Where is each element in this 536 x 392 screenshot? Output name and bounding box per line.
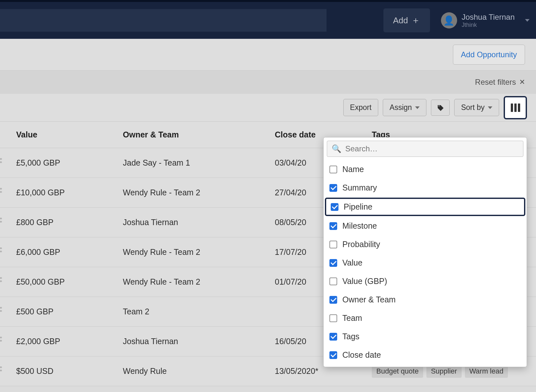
cell-value: £800 GBP: [16, 218, 123, 227]
add-button-label: Add: [393, 16, 408, 26]
column-option[interactable]: Summary: [324, 179, 527, 197]
chevron-down-icon: [488, 106, 492, 109]
checkbox[interactable]: [329, 222, 337, 230]
column-option-label: Value (GBP): [342, 277, 387, 286]
columns-search-box[interactable]: 🔍: [327, 141, 523, 157]
assign-button[interactable]: Assign: [383, 99, 426, 116]
add-opportunity-label: Add Opportunity: [461, 50, 517, 59]
reset-filters-button[interactable]: Reset filters ✕: [475, 78, 525, 87]
cell-value: £2,000 GBP: [16, 337, 123, 346]
checkbox[interactable]: [329, 259, 337, 267]
filter-bar: Reset filters ✕: [0, 71, 536, 94]
user-menu[interactable]: 👤 Joshua Tiernan Jthink: [441, 12, 530, 28]
column-option[interactable]: Pipeline: [325, 198, 525, 216]
column-option-label: Summary: [342, 183, 377, 192]
column-option[interactable]: Owner & Team: [324, 290, 527, 309]
column-option-label: Team: [342, 313, 362, 323]
columns-icon: [511, 103, 520, 112]
column-header-value[interactable]: Value: [16, 130, 123, 139]
global-search-area[interactable]: [0, 9, 327, 32]
drag-handle[interactable]: [0, 218, 2, 227]
drag-handle[interactable]: [0, 337, 2, 346]
column-option[interactable]: Milestone: [324, 217, 527, 235]
checkbox[interactable]: [329, 241, 337, 248]
cell-value: £6,000 GBP: [16, 247, 123, 257]
cell-owner: Wendy Rule - Team 2: [123, 188, 275, 197]
cell-owner: Wendy Rule - Team 2: [123, 277, 275, 287]
column-option-label: Pipeline: [344, 202, 372, 212]
column-option[interactable]: Tags: [324, 327, 527, 346]
add-button[interactable]: Add ＋: [383, 8, 430, 32]
search-icon: 🔍: [332, 144, 341, 153]
sort-by-button[interactable]: Sort by: [454, 99, 499, 116]
user-subtext: Jthink: [462, 22, 515, 28]
top-bar: Add ＋ 👤 Joshua Tiernan Jthink: [0, 0, 536, 39]
sort-by-label: Sort by: [461, 103, 485, 112]
export-button[interactable]: Export: [343, 99, 378, 116]
columns-toggle-button[interactable]: [504, 96, 527, 119]
column-option-label: Name: [342, 165, 364, 174]
checkbox[interactable]: [331, 203, 338, 211]
checkbox[interactable]: [329, 314, 337, 322]
cell-value: £10,000 GBP: [16, 188, 123, 197]
drag-handle[interactable]: [0, 158, 2, 168]
assign-label: Assign: [390, 103, 412, 112]
tag-icon: [436, 104, 444, 112]
column-option[interactable]: Value: [324, 254, 527, 272]
checkbox[interactable]: [329, 296, 337, 304]
cell-owner: Joshua Tiernan: [123, 337, 275, 346]
tag-button[interactable]: [431, 100, 450, 116]
cell-close-date: 13/05/2020*: [275, 366, 372, 376]
reset-filters-label: Reset filters: [475, 78, 516, 87]
export-label: Export: [350, 103, 371, 112]
chevron-down-icon: [415, 106, 420, 109]
checkbox[interactable]: [329, 184, 337, 192]
column-option-label: Close date: [342, 350, 381, 360]
cell-owner: Joshua Tiernan: [123, 218, 275, 227]
add-opportunity-button[interactable]: Add Opportunity: [453, 45, 525, 65]
drag-handle[interactable]: [0, 307, 2, 317]
cell-value: £5,000 GBP: [16, 158, 123, 168]
columns-search-input[interactable]: [345, 144, 519, 153]
sub-bar: Add Opportunity: [0, 39, 536, 71]
column-option[interactable]: Team: [324, 309, 527, 327]
column-option-label: Milestone: [342, 221, 377, 231]
user-name: Joshua Tiernan: [462, 13, 515, 22]
drag-handle[interactable]: [0, 366, 2, 376]
avatar: 👤: [441, 12, 457, 28]
cell-owner: Jade Say - Team 1: [123, 158, 275, 168]
checkbox[interactable]: [329, 278, 337, 285]
column-option[interactable]: Name: [324, 160, 527, 179]
close-icon: ✕: [519, 78, 525, 86]
chevron-down-icon: [525, 19, 530, 22]
cell-value: £500 GBP: [16, 307, 123, 316]
column-option-label: Tags: [342, 332, 359, 341]
checkbox[interactable]: [329, 166, 337, 173]
cell-owner: Wendy Rule - Team 2: [123, 247, 275, 257]
cell-owner: Wendy Rule: [123, 366, 275, 376]
column-option[interactable]: Probability: [324, 235, 527, 254]
columns-dropdown: 🔍 NameSummaryPipelineMilestoneProbabilit…: [323, 137, 527, 367]
column-option-label: Owner & Team: [342, 295, 396, 304]
column-option[interactable]: Value (GBP): [324, 272, 527, 290]
checkbox[interactable]: [329, 351, 337, 359]
column-option-label: Value: [342, 258, 362, 267]
cell-value: £50,000 GBP: [16, 277, 123, 287]
column-header-owner[interactable]: Owner & Team: [123, 130, 275, 139]
drag-handle[interactable]: [0, 277, 2, 287]
plus-icon: ＋: [411, 14, 420, 27]
cell-value: $500 USD: [16, 366, 123, 376]
drag-handle[interactable]: [0, 188, 2, 198]
checkbox[interactable]: [329, 333, 337, 341]
drag-handle[interactable]: [0, 247, 2, 257]
cell-owner: Team 2: [123, 307, 275, 316]
column-option-label: Probability: [342, 240, 380, 249]
column-option[interactable]: Close date: [324, 346, 527, 364]
table-toolbar: Export Assign Sort by: [0, 94, 536, 122]
